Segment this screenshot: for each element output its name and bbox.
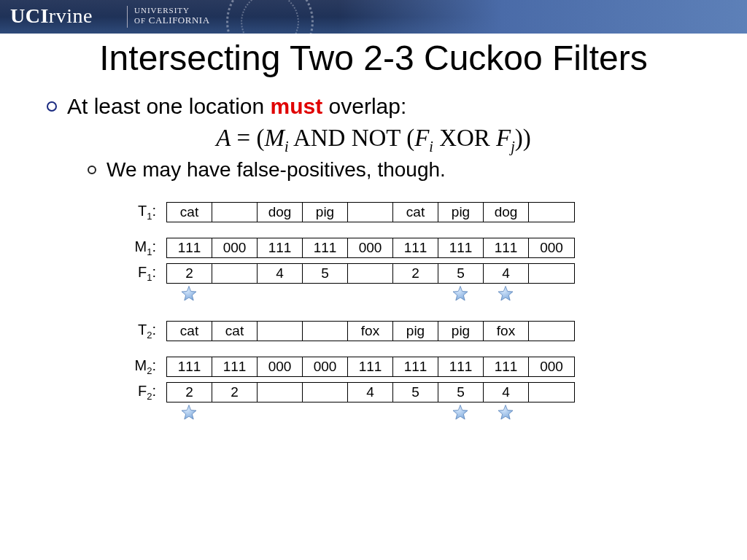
bullet-2: We may have false-positives, though. xyxy=(88,158,718,182)
star-icon xyxy=(180,404,198,421)
table-cell xyxy=(529,383,574,402)
table-cell: fox xyxy=(348,322,393,341)
label-m1: M1: xyxy=(124,238,166,257)
row-m1: M1: 111000111111000111111111000 xyxy=(124,238,718,259)
slide-title: Intersecting Two 2-3 Cuckoo Filters xyxy=(0,38,747,78)
logo-separator xyxy=(127,6,128,28)
table-cell: dog xyxy=(258,203,303,222)
uci-logo: UCIrvine xyxy=(10,4,93,28)
table-cell: cat xyxy=(212,322,258,341)
row-f1: F1: 245254 xyxy=(124,263,718,284)
table-cell xyxy=(529,322,574,341)
star-icon xyxy=(452,404,469,421)
table-cell: 4 xyxy=(348,383,393,402)
table-cell: 5 xyxy=(303,264,348,283)
bullet-icon xyxy=(88,166,96,174)
table-cell: cat xyxy=(167,322,212,341)
table-cell: 5 xyxy=(393,383,438,402)
table-cell xyxy=(258,322,303,341)
table-cell: 2 xyxy=(167,264,212,283)
tables-area: T1: catdogpigcatpigdog M1: 1110001111110… xyxy=(124,202,718,425)
table-cell: 4 xyxy=(258,264,303,283)
table-cell: 111 xyxy=(393,238,438,257)
formula: A = (Mi AND NOT (Fi XOR Fj)) xyxy=(29,125,718,155)
logo-sub-line2: OF CALIFORNIA xyxy=(134,15,210,26)
table-cell xyxy=(303,322,348,341)
emphasis-must: must xyxy=(271,94,323,118)
table-cell: 111 xyxy=(438,238,484,257)
table-cell: cat xyxy=(167,203,212,222)
table-cell xyxy=(303,383,348,402)
table-cell xyxy=(529,203,574,222)
slide-content: At least one location must overlap: A = … xyxy=(0,78,747,425)
star-slot xyxy=(483,285,528,306)
header-sky xyxy=(338,0,747,34)
logo-rest: rvine xyxy=(49,4,93,27)
table-cell: 000 xyxy=(258,357,303,376)
star-slot xyxy=(166,404,212,424)
table-cell: pig xyxy=(393,322,438,341)
table-cell: pig xyxy=(303,203,348,222)
table-cell: 000 xyxy=(212,238,258,257)
logo-bold: UCI xyxy=(10,4,49,27)
row-f2: F2: 224554 xyxy=(124,382,718,403)
table-cell: 111 xyxy=(484,238,529,257)
table-cell: pig xyxy=(438,322,484,341)
table-cell: 111 xyxy=(303,238,348,257)
table-cell: pig xyxy=(438,203,484,222)
star-icon xyxy=(497,404,514,421)
table-cell: 4 xyxy=(484,264,529,283)
star-slot xyxy=(166,285,212,306)
cells-m2: 111111000000111111111111000 xyxy=(166,357,575,377)
seal-ring-inner xyxy=(241,0,299,34)
table-cell: 111 xyxy=(212,357,258,376)
cells-f2: 224554 xyxy=(166,382,575,402)
table-cell: 111 xyxy=(393,357,438,376)
table-cell: 111 xyxy=(167,357,212,376)
table-cell: 000 xyxy=(348,238,393,257)
star-icon xyxy=(452,285,469,303)
logo-subtitle: UNIVERSITY OF CALIFORNIA xyxy=(134,6,210,26)
label-t1: T1: xyxy=(124,203,166,222)
label-f2: F2: xyxy=(124,383,166,402)
header-banner: UCIrvine UNIVERSITY OF CALIFORNIA xyxy=(0,0,747,34)
table-cell: 000 xyxy=(529,238,574,257)
table-cell: cat xyxy=(393,203,438,222)
table-cell xyxy=(348,264,393,283)
star-slot xyxy=(483,404,528,424)
table-cell: 2 xyxy=(212,383,258,402)
table-cell: 5 xyxy=(438,264,484,283)
table-cell: 111 xyxy=(484,357,529,376)
row-m2: M2: 111111000000111111111111000 xyxy=(124,357,718,378)
cells-m1: 111000111111000111111111000 xyxy=(166,238,575,258)
label-t2: T2: xyxy=(124,322,166,341)
table-cell xyxy=(258,383,303,402)
table-cell xyxy=(529,264,574,283)
table-cell xyxy=(212,264,258,283)
table-cell: 5 xyxy=(438,383,484,402)
table-cell: fox xyxy=(484,322,529,341)
table-cell: 2 xyxy=(393,264,438,283)
stars-1 xyxy=(166,284,718,306)
star-icon xyxy=(180,285,198,303)
cells-t2: catcatfoxpigpigfox xyxy=(166,321,575,341)
table-cell: 000 xyxy=(303,357,348,376)
label-f1: F1: xyxy=(124,264,166,283)
row-t1: T1: catdogpigcatpigdog xyxy=(124,202,718,223)
bullet-1-text: At least one location must overlap: xyxy=(67,94,406,119)
table-cell xyxy=(348,203,393,222)
bullet-2-text: We may have false-positives, though. xyxy=(107,158,446,182)
table-cell: dog xyxy=(484,203,529,222)
bullet-icon xyxy=(47,101,57,112)
table-cell: 000 xyxy=(529,357,574,376)
cells-f1: 245254 xyxy=(166,263,575,284)
cells-t1: catdogpigcatpigdog xyxy=(166,202,575,222)
table-cell: 111 xyxy=(167,238,212,257)
table-cell: 111 xyxy=(438,357,484,376)
label-m2: M2: xyxy=(124,357,166,376)
stars-2 xyxy=(166,403,718,425)
bullet-1: At least one location must overlap: xyxy=(47,94,718,119)
table-cell xyxy=(212,203,258,222)
table-cell: 4 xyxy=(484,383,529,402)
table-cell: 2 xyxy=(167,383,212,402)
